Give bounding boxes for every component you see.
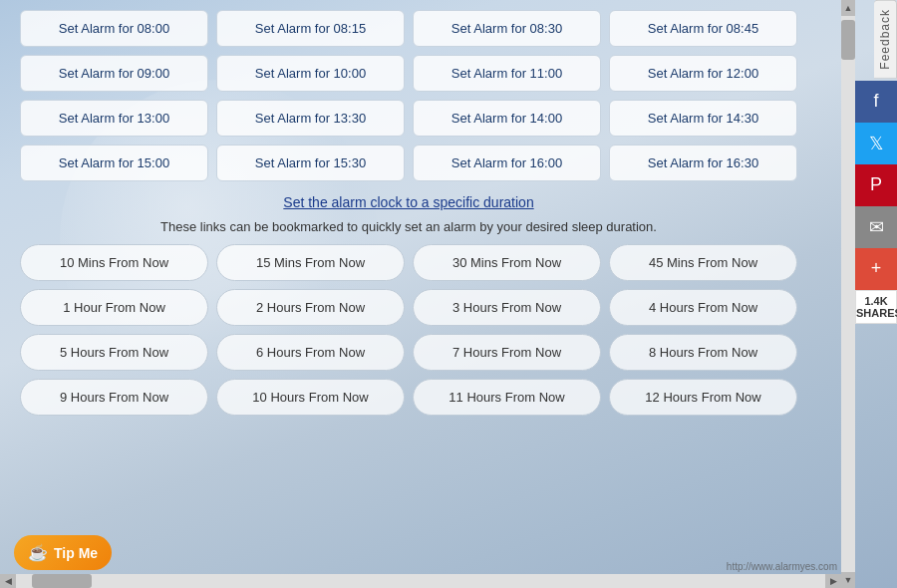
alarm-time-button[interactable]: Set Alarm for 08:45 [609, 10, 797, 47]
alarm-time-button[interactable]: Set Alarm for 14:00 [413, 100, 601, 137]
social-sidebar: Feedback f 𝕏 P ✉ + 1.4K SHARES [855, 0, 897, 324]
duration-button[interactable]: 5 Hours From Now [20, 334, 208, 371]
alarm-time-button[interactable]: Set Alarm for 10:00 [216, 55, 405, 92]
scroll-up-arrow[interactable]: ▲ [841, 0, 855, 16]
duration-button[interactable]: 6 Hours From Now [216, 334, 405, 371]
scroll-left-arrow[interactable]: ◀ [0, 574, 16, 588]
social-buttons: f 𝕏 P ✉ + 1.4K SHARES [855, 81, 897, 324]
email-button[interactable]: ✉ [855, 206, 897, 248]
share-number: 1.4K [856, 295, 896, 307]
facebook-icon: f [873, 91, 878, 112]
duration-button[interactable]: 11 Hours From Now [413, 379, 601, 416]
scroll-down-arrow[interactable]: ▼ [841, 572, 855, 588]
duration-button[interactable]: 10 Hours From Now [216, 379, 405, 416]
facebook-button[interactable]: f [855, 81, 897, 123]
duration-button[interactable]: 7 Hours From Now [413, 334, 601, 371]
duration-button[interactable]: 2 Hours From Now [216, 289, 405, 326]
watermark: http://www.alarmyes.com [727, 561, 837, 572]
alarm-time-button[interactable]: Set Alarm for 13:30 [216, 100, 405, 137]
alarm-time-button[interactable]: Set Alarm for 08:15 [216, 10, 405, 47]
duration-button[interactable]: 8 Hours From Now [609, 334, 797, 371]
alarm-time-button[interactable]: Set Alarm for 11:00 [413, 55, 601, 92]
twitter-button[interactable]: 𝕏 [855, 123, 897, 164]
twitter-icon: 𝕏 [869, 133, 884, 154]
alarm-time-button[interactable]: Set Alarm for 15:30 [216, 145, 405, 181]
bookmark-note: These links can be bookmarked to quickly… [20, 219, 797, 234]
alarm-time-button[interactable]: Set Alarm for 13:00 [20, 100, 208, 137]
tip-me-label: Tip Me [54, 545, 98, 561]
tip-me-button[interactable]: ☕ Tip Me [14, 535, 112, 570]
duration-button[interactable]: 12 Hours From Now [609, 379, 797, 416]
kofi-icon: ☕ [28, 543, 48, 562]
duration-grid: 10 Mins From Now15 Mins From Now30 Mins … [20, 244, 797, 416]
alarm-time-button[interactable]: Set Alarm for 12:00 [609, 55, 797, 92]
duration-button[interactable]: 45 Mins From Now [609, 244, 797, 281]
pinterest-icon: P [870, 174, 882, 195]
duration-button[interactable]: 10 Mins From Now [20, 244, 208, 281]
share-label: SHARES [856, 307, 896, 319]
duration-button[interactable]: 30 Mins From Now [413, 244, 601, 281]
vertical-scrollbar[interactable]: ▲ ▼ [841, 0, 855, 588]
main-content: Set Alarm for 08:00Set Alarm for 08:15Se… [0, 0, 817, 426]
horizontal-scrollbar[interactable]: ◀ ▶ [0, 574, 841, 588]
specific-duration-link[interactable]: Set the alarm clock to a specific durati… [283, 194, 533, 210]
alarm-time-button[interactable]: Set Alarm for 08:00 [20, 10, 208, 47]
feedback-tab[interactable]: Feedback [874, 0, 897, 79]
email-icon: ✉ [869, 216, 884, 238]
duration-button[interactable]: 4 Hours From Now [609, 289, 797, 326]
alarm-time-button[interactable]: Set Alarm for 16:00 [413, 145, 601, 181]
scroll-thumb[interactable] [841, 20, 855, 60]
alarm-time-button[interactable]: Set Alarm for 09:00 [20, 55, 208, 92]
alarm-time-button[interactable]: Set Alarm for 15:00 [20, 145, 208, 181]
share-count: 1.4K SHARES [855, 290, 897, 324]
scroll-right-arrow[interactable]: ▶ [825, 574, 841, 588]
alarm-grid: Set Alarm for 08:00Set Alarm for 08:15Se… [20, 10, 797, 181]
duration-button[interactable]: 15 Mins From Now [216, 244, 405, 281]
duration-button[interactable]: 1 Hour From Now [20, 289, 208, 326]
add-button[interactable]: + [855, 248, 897, 290]
alarm-time-button[interactable]: Set Alarm for 16:30 [609, 145, 797, 181]
horizontal-scroll-thumb[interactable] [32, 574, 92, 588]
pinterest-button[interactable]: P [855, 164, 897, 206]
divider-section: Set the alarm clock to a specific durati… [20, 193, 797, 211]
alarm-time-button[interactable]: Set Alarm for 14:30 [609, 100, 797, 137]
alarm-time-button[interactable]: Set Alarm for 08:30 [413, 10, 601, 47]
plus-icon: + [871, 258, 882, 279]
duration-button[interactable]: 3 Hours From Now [413, 289, 601, 326]
duration-button[interactable]: 9 Hours From Now [20, 379, 208, 416]
